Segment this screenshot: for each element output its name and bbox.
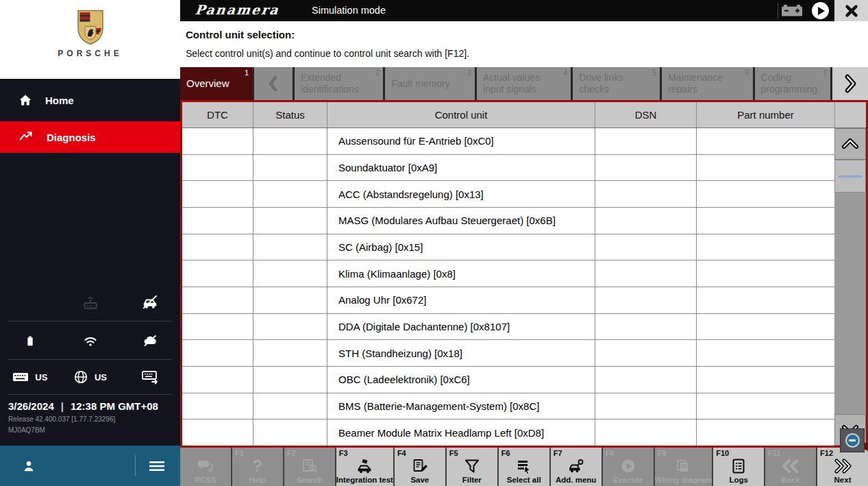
- sidebar-item-home[interactable]: Home: [0, 84, 180, 116]
- table-scrollbar: [834, 102, 866, 446]
- fn-label: Back: [781, 476, 800, 484]
- table-row[interactable]: Soundaktuator [0xA9]: [182, 155, 834, 182]
- divider: [135, 455, 136, 476]
- logs-icon: [730, 448, 747, 476]
- table-body: Aussensound für E-Antrieb [0xC0] Soundak…: [182, 128, 834, 446]
- column-header-part-number: Part number: [697, 102, 834, 127]
- tab-number: 3: [467, 69, 471, 77]
- onscreen-keyboard-button[interactable]: [120, 369, 180, 385]
- table-header-row: DTC Status Control unit DSN Part number: [182, 102, 834, 128]
- tab-label: Coding programming: [761, 72, 821, 95]
- save-button[interactable]: F4 Save: [395, 448, 445, 486]
- fn-label: Add. menu: [556, 476, 596, 484]
- fn-label: PCSS: [195, 476, 216, 484]
- fn-key-label: F1: [235, 449, 244, 457]
- table-row[interactable]: Beamer Module Matrix Headlamp Left [0xD8…: [182, 420, 834, 446]
- region-lang-label: US: [95, 372, 107, 382]
- sidebar: Home Diagnosis: [0, 79, 180, 446]
- wiring-diagram-button: F9 Wiring diagram: [655, 448, 712, 486]
- sidebar-item-diagnosis[interactable]: Diagnosis: [0, 121, 180, 153]
- fn-key-label: F9: [658, 449, 667, 457]
- sidebar-item-label: Diagnosis: [47, 132, 96, 143]
- table-row[interactable]: Aussensound für E-Antrieb [0xC0]: [182, 128, 834, 155]
- table-row[interactable]: OBC (Ladeelektronik) [0xC6]: [182, 367, 834, 393]
- fn-key-label: F12: [820, 449, 833, 457]
- fn-key-label: F5: [449, 449, 458, 457]
- wifi-icon: [60, 332, 121, 349]
- control-unit-cell: Klima (Klimaanlage) [0x8]: [327, 260, 595, 287]
- search-icon: [301, 448, 318, 476]
- sidebar-footer: [0, 446, 180, 486]
- integration-test-button[interactable]: F3 Integration test: [336, 448, 393, 486]
- globe-icon: [73, 369, 88, 385]
- table-row[interactable]: BMS (Batterie-Management-System) [0x8C]: [182, 393, 834, 420]
- fn-label: Next: [834, 476, 852, 484]
- piwis-window: PORSCHE Home Diagnosis: [0, 0, 868, 486]
- fn-label: Integration test: [336, 476, 393, 484]
- close-icon: [844, 3, 859, 19]
- table-row[interactable]: STH (Standheizung) [0x18]: [182, 340, 834, 367]
- additional-menu-button[interactable]: F7 Add. menu: [551, 448, 602, 486]
- instruction-area: Control unit selection: Select control u…: [180, 21, 868, 67]
- notification-badge[interactable]: [840, 428, 865, 452]
- execute-button: F8 Execute: [603, 448, 654, 486]
- search-button: F2 Search: [284, 448, 335, 486]
- control-unit-cell: Analog Uhr [0x672]: [327, 287, 595, 313]
- vci-disconnected-icon: [60, 293, 121, 311]
- tab-label: Maintenance repairs: [668, 72, 743, 95]
- tab-number: 5: [652, 69, 656, 77]
- tab-extended-identifications: Extended identifications 2: [295, 67, 383, 100]
- tab-bar: Overview 1 Extended identifications 2 Fa…: [180, 67, 868, 100]
- car-offline-icon: [120, 293, 180, 311]
- region-indicator[interactable]: US: [60, 369, 121, 385]
- title-bar: Panamera Simulation mode: [180, 0, 868, 21]
- table-row[interactable]: DDA (Digitale Dachantenne) [0x8107]: [182, 314, 834, 341]
- tab-coding-programming: Coding programming 7: [755, 67, 830, 100]
- scrollbar-header-cap: [834, 102, 866, 128]
- menu-button[interactable]: [149, 459, 165, 473]
- page-subtitle: Select control unit(s) and continue to c…: [186, 48, 868, 59]
- keyboard-layout-indicator[interactable]: US: [0, 371, 60, 383]
- control-unit-cell: MASG (Modulares Aufbau Steuergeraet) [0x…: [327, 208, 595, 234]
- fn-label: Select all: [507, 476, 541, 484]
- next-button[interactable]: F12 Next: [817, 448, 868, 486]
- table-row[interactable]: Klima (Klimaanlage) [0x8]: [182, 260, 834, 287]
- close-button[interactable]: [834, 0, 868, 21]
- scrollbar-thumb[interactable]: [834, 160, 866, 193]
- back-double-chevron-icon: [781, 448, 800, 476]
- tab-number: 7: [823, 69, 827, 77]
- scroll-up-button[interactable]: [834, 128, 866, 160]
- user-button[interactable]: [21, 458, 36, 474]
- fn-key-label: F6: [501, 449, 510, 457]
- tab-number: 4: [563, 69, 567, 77]
- tab-overview[interactable]: Overview 1: [180, 67, 252, 100]
- control-unit-cell: ACC (Abstandsregelung) [0x13]: [327, 181, 595, 207]
- help-button: F1 ? Help: [232, 448, 283, 486]
- integration-test-icon: [356, 448, 373, 476]
- tab-scroll-right-button[interactable]: [832, 67, 868, 100]
- page-title: Control unit selection:: [186, 29, 868, 40]
- play-button[interactable]: [812, 2, 829, 19]
- table-row[interactable]: MASG (Modulares Aufbau Steuergeraet) [0x…: [182, 208, 834, 234]
- tab-number: 6: [745, 69, 749, 77]
- table-row[interactable]: SC (Airbag) [0x15]: [182, 234, 834, 261]
- control-unit-table: DTC Status Control unit DSN Part number …: [180, 100, 868, 448]
- fn-key-label: F4: [397, 449, 406, 457]
- fn-key-label: F8: [606, 449, 615, 457]
- select-all-button[interactable]: F6 Select all: [499, 448, 549, 486]
- filter-button[interactable]: F5 Filter: [447, 448, 497, 486]
- table-row[interactable]: ACC (Abstandsregelung) [0x13]: [182, 181, 834, 208]
- function-key-bar: PCSS F1 ? Help F2 Search F3 Integration …: [180, 448, 868, 486]
- fn-label: Wiring diagram: [655, 476, 712, 484]
- table-row[interactable]: Analog Uhr [0x672]: [182, 287, 834, 314]
- fn-label: Save: [410, 476, 429, 484]
- logs-button[interactable]: F10 Logs: [713, 448, 764, 486]
- control-unit-cell: SC (Airbag) [0x15]: [327, 234, 595, 260]
- help-icon: ?: [253, 448, 263, 476]
- fn-label: Help: [249, 476, 266, 484]
- back-button: F11 Back: [765, 448, 816, 486]
- control-unit-cell: Soundaktuator [0xA9]: [327, 155, 595, 181]
- status-row-connection: [0, 283, 180, 321]
- scrollbar-track[interactable]: [834, 193, 866, 414]
- fn-key-label: F2: [287, 449, 296, 457]
